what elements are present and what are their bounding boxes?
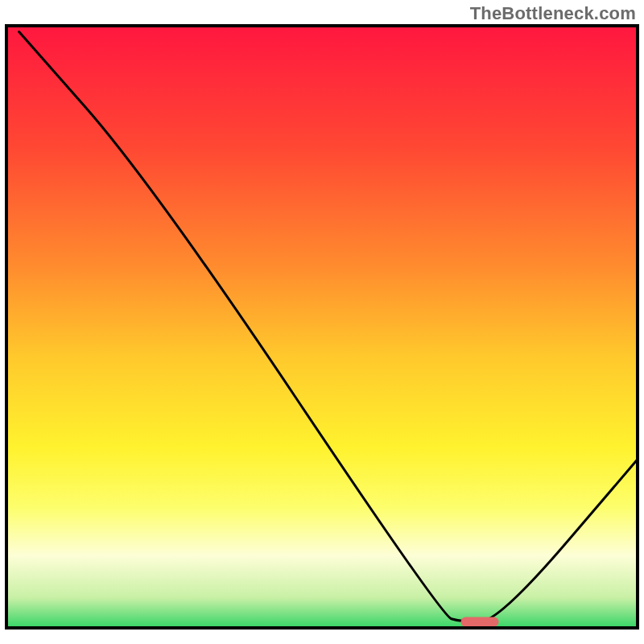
- watermark-text: TheBottleneck.com: [470, 3, 636, 24]
- gradient-background: [6, 26, 638, 628]
- chart-svg: [0, 0, 644, 644]
- bottleneck-chart: TheBottleneck.com: [0, 0, 644, 644]
- optimum-marker: [460, 617, 498, 627]
